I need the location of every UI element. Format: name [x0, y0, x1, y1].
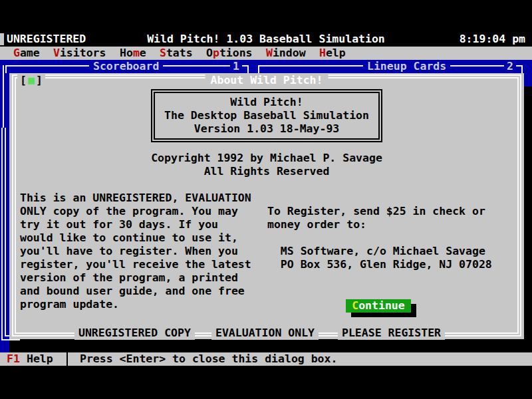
menu-item-visitors[interactable]: Visitors: [53, 47, 106, 60]
lineup-border-corner-left: [258, 65, 259, 73]
clock: 8:19:04 pm: [460, 33, 525, 46]
hotkey-letter: V: [53, 47, 60, 59]
edge-sliver: [0, 33, 4, 45]
eval-text-line: register, you'll receive the latest: [20, 258, 251, 271]
status-separator: [66, 352, 68, 366]
window-border-bottom-outer: [1, 339, 20, 340]
eval-text-line: This is an UNREGISTERED, EVALUATION: [20, 192, 251, 205]
menu-item-home[interactable]: Home: [120, 47, 146, 60]
hotkey-letter: G: [13, 47, 20, 59]
register-text-block: To Register, send $25 in check or money …: [267, 205, 492, 271]
menu-item-options[interactable]: Options: [206, 47, 253, 60]
menu-item-window[interactable]: Window: [266, 47, 306, 60]
eval-text-line: you'll have to register. When you: [20, 245, 251, 258]
register-text-line: [267, 231, 492, 245]
eval-text-line: version of the program, a printed: [20, 271, 251, 285]
register-text-line: money order to:: [267, 218, 492, 231]
continue-hotkey: C: [352, 299, 358, 313]
rights-line: All Rights Reserved: [9, 165, 524, 178]
hotkey-letter: W: [266, 47, 273, 59]
about-info-box: Wild Pitch! The Desktop Baseball Simulat…: [151, 89, 382, 142]
register-text-line: To Register, send $25 in check or: [267, 205, 492, 218]
hotkey-letter: p: [213, 47, 219, 59]
window-number-scoreboard: 1: [230, 60, 242, 73]
dialog-shadow-bottom: [20, 339, 532, 352]
product-version: Version 1.03 18-May-93: [164, 122, 369, 136]
window-title-lineup-cards[interactable]: Lineup Cards: [363, 60, 450, 73]
menu-item-stats[interactable]: Stats: [160, 47, 193, 60]
continue-button[interactable]: Continue: [346, 299, 411, 313]
status-message: Press <Enter> to close this dialog box.: [80, 352, 337, 366]
hotkey-letter: H: [319, 47, 326, 59]
menu-bar: Game Visitors Home Stats Options Window …: [0, 47, 532, 60]
dialog-title: About Wild Pitch!: [205, 74, 329, 87]
product-tagline: The Desktop Baseball Simulation: [164, 109, 369, 122]
evaluation-text-block: This is an UNREGISTERED, EVALUATION ONLY…: [20, 192, 251, 311]
eval-text-line: try it out for 30 days. If you: [20, 218, 251, 231]
close-icon: ■: [27, 74, 36, 86]
register-address-line: PO Box 536, Glen Ridge, NJ 07028: [267, 258, 492, 271]
scoreboard-border-left-single: [3, 65, 4, 128]
register-address-line: MS Software, c/o Michael Savage: [267, 245, 492, 258]
f1-shortcut-key[interactable]: F1: [7, 352, 20, 366]
hotkey-letter: S: [160, 47, 166, 59]
title-bar: UNREGISTERED Wild Pitch! 1.03 Baseball S…: [0, 32, 532, 47]
copyright-block: Copyright 1992 by Michael P. Savage All …: [9, 152, 524, 178]
copyright-line: Copyright 1992 by Michael P. Savage: [9, 152, 524, 165]
close-button[interactable]: [■]: [17, 74, 45, 87]
eval-text-line: ONLY copy of the program. You may: [20, 205, 251, 218]
eval-text-line: would like to continue to use it,: [20, 231, 251, 245]
registration-status: UNREGISTERED: [7, 33, 86, 46]
scoreboard-border-corner-left: [5, 65, 7, 73]
app-title: Wild Pitch! 1.03 Baseball Simulation: [147, 33, 385, 46]
status-bar: F1 Help Press <Enter> to close this dial…: [0, 352, 532, 366]
f1-shortcut-label[interactable]: Help: [27, 352, 53, 366]
window-number-lineup-cards: 2: [504, 60, 516, 73]
eval-text-line: program update.: [20, 298, 251, 311]
eval-text-line: and bound user guide, and one free: [20, 285, 251, 298]
dos-screen: UNREGISTERED Wild Pitch! 1.03 Baseball S…: [0, 0, 532, 399]
window-border-left-double-outer: [1, 128, 3, 340]
footer-badge-register: PLEASE REGISTER: [338, 327, 445, 340]
dialog-shadow-right: [524, 86, 532, 352]
about-info-box-frame: Wild Pitch! The Desktop Baseball Simulat…: [154, 92, 380, 140]
lineup-border-corner-right: [521, 65, 523, 73]
window-border-left-double-inner: [5, 128, 6, 336]
hotkey-letter: m: [133, 47, 140, 59]
footer-badge-evaluation: EVALUATION ONLY: [211, 327, 319, 340]
about-dialog: About Wild Pitch! [■] Wild Pitch! The De…: [9, 73, 524, 339]
product-name: Wild Pitch!: [164, 96, 369, 109]
menu-item-game[interactable]: Game: [13, 47, 40, 60]
footer-badge-unregistered: UNREGISTERED COPY: [74, 327, 195, 340]
window-title-scoreboard[interactable]: Scoreboard: [89, 60, 163, 73]
scoreboard-border-corner-right: [247, 65, 249, 73]
menu-item-help[interactable]: Help: [319, 47, 346, 60]
